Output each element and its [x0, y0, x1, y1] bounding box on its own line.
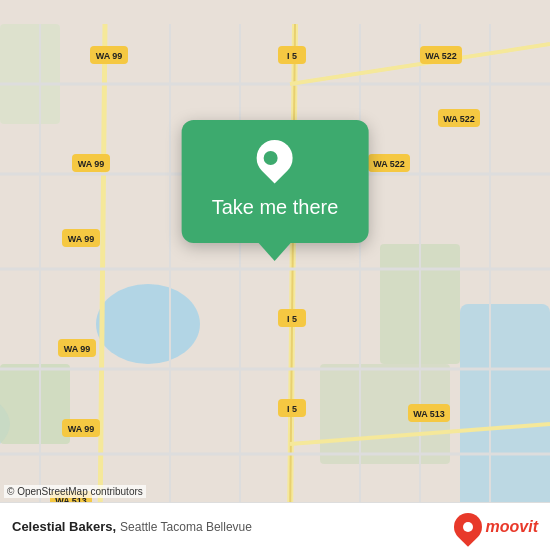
svg-text:I 5: I 5	[287, 404, 297, 414]
svg-text:WA 522: WA 522	[443, 114, 475, 124]
moovit-icon	[448, 507, 488, 547]
svg-text:WA 522: WA 522	[373, 159, 405, 169]
place-info: Celestial Bakers, Seattle Tacoma Bellevu…	[12, 519, 446, 534]
map-container: WA 99 WA 99 WA 99 WA 99 WA 99 I 5 I 5 I …	[0, 0, 550, 550]
svg-text:WA 99: WA 99	[68, 424, 95, 434]
svg-text:WA 99: WA 99	[64, 344, 91, 354]
svg-text:WA 99: WA 99	[78, 159, 105, 169]
cta-overlay: Take me there	[182, 120, 369, 261]
place-name: Celestial Bakers,	[12, 519, 116, 534]
map-attribution: © OpenStreetMap contributors	[4, 485, 146, 498]
card-pointer	[259, 243, 291, 261]
svg-text:WA 99: WA 99	[68, 234, 95, 244]
svg-text:WA 522: WA 522	[425, 51, 457, 61]
svg-text:WA 99: WA 99	[96, 51, 123, 61]
svg-text:WA 513: WA 513	[413, 409, 445, 419]
svg-rect-2	[460, 304, 550, 524]
place-region: Seattle Tacoma Bellevue	[120, 520, 252, 534]
moovit-brand-name: moovit	[486, 518, 538, 536]
location-pin-icon	[253, 140, 297, 184]
take-me-there-button[interactable]: Take me there	[212, 196, 339, 219]
svg-rect-3	[0, 364, 70, 444]
cta-card[interactable]: Take me there	[182, 120, 369, 243]
svg-text:I 5: I 5	[287, 314, 297, 324]
svg-rect-5	[0, 24, 60, 124]
svg-text:I 5: I 5	[287, 51, 297, 61]
svg-point-1	[96, 284, 200, 364]
bottom-bar: Celestial Bakers, Seattle Tacoma Bellevu…	[0, 502, 550, 550]
moovit-logo[interactable]: moovit	[454, 513, 538, 541]
